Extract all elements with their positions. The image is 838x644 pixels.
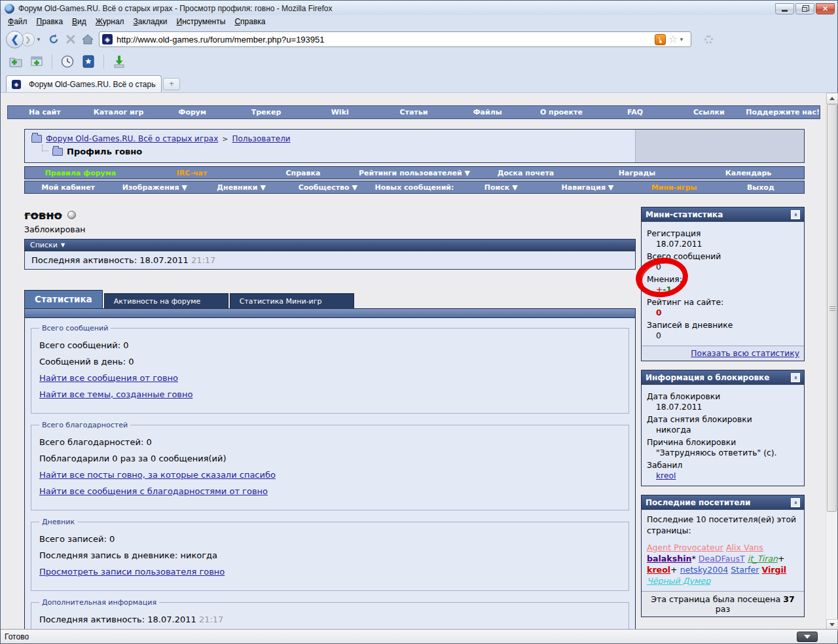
scrollbar-thumb[interactable] <box>827 104 837 512</box>
extra-last-activity: Последняя активность: 18.07.2011 21:17 <box>39 614 621 626</box>
nav-calendar[interactable]: Календарь <box>693 169 804 177</box>
rss-icon[interactable] <box>655 34 666 45</box>
nav-mini-games[interactable]: Мини-игры <box>631 183 718 192</box>
collapse-button[interactable]: » <box>791 210 800 219</box>
nav-user-ratings[interactable]: Рейтинги пользователей ▼ <box>359 169 470 177</box>
find-all-threads-link[interactable]: Найти все темы, созданные говно <box>39 389 192 401</box>
close-button[interactable]: ✕ <box>816 3 835 14</box>
scrollbar-grip-icon <box>829 308 835 309</box>
visitor-link[interactable]: Alix Vans <box>726 543 763 552</box>
maximize-button[interactable] <box>795 3 814 14</box>
collapse-icon: » <box>792 213 799 217</box>
show-all-stats-link[interactable]: Показать всю статистику <box>691 349 799 358</box>
tab-minigames-stats[interactable]: Статистика Мини-игр <box>230 293 354 308</box>
vertical-scrollbar[interactable] <box>826 93 837 630</box>
collapse-icon: » <box>792 376 799 380</box>
lists-dropdown[interactable]: Списки ▼ <box>24 239 636 251</box>
menu-view[interactable]: Вид <box>67 16 91 27</box>
stop-button[interactable] <box>64 32 78 46</box>
scroll-down-button[interactable] <box>797 632 818 642</box>
nav-blogs[interactable]: Дневники ▼ <box>198 183 284 192</box>
breadcrumb-separator: > <box>222 135 228 143</box>
nav-catalog[interactable]: Каталог игр <box>82 108 156 116</box>
tab-title: Форум Old-Games.RU. Всё о старых... <box>29 80 156 89</box>
nav-help[interactable]: Справка <box>247 169 359 177</box>
thanked-times: Поблагодарили 0 раз за 0 сообщения(ий) <box>39 453 621 465</box>
new-window-button[interactable] <box>7 54 24 69</box>
thanks-group: Всего благодарностей Всего благодарносте… <box>31 421 629 510</box>
nav-tracker[interactable]: Трекер <box>229 108 303 116</box>
ban-reason-value: "Затрудняюсь ответить" (с). <box>656 448 799 458</box>
history-button[interactable] <box>59 54 76 69</box>
nav-irc-chat[interactable]: IRC-чат <box>136 169 247 177</box>
visitor-link[interactable]: balakshin <box>647 554 691 564</box>
scrollbar-up-button[interactable] <box>826 93 838 104</box>
nav-search[interactable]: Поиск ▼ <box>458 183 544 192</box>
visitor-link[interactable]: it_Tiran <box>748 554 778 564</box>
nav-about[interactable]: О проекте <box>524 108 598 116</box>
nav-files[interactable]: Файлы <box>450 108 524 116</box>
nav-logout[interactable]: Выход <box>718 183 804 192</box>
visitor-link[interactable]: kreol <box>647 565 670 575</box>
visitors-block: Последние посетители » Последние 10 посе… <box>641 495 805 617</box>
url-dropdown-icon[interactable]: ▼ <box>679 37 684 43</box>
breadcrumb-root-link[interactable]: Форум Old-Games.RU. Всё о старых играх <box>46 134 218 143</box>
nav-community[interactable]: Сообщество ▼ <box>285 183 371 192</box>
history-dropdown-icon[interactable]: ▼ <box>36 37 41 43</box>
reload-button[interactable] <box>46 32 61 46</box>
nav-navigation[interactable]: Навигация ▼ <box>544 183 630 192</box>
chevron-down-icon: ▼ <box>608 183 613 192</box>
home-button[interactable] <box>81 32 95 46</box>
nav-my-cabinet[interactable]: Мой кабинет <box>25 183 111 192</box>
find-thanks-given-link[interactable]: Найти все сообщения с благодарностями от… <box>39 486 268 497</box>
menu-edit[interactable]: Правка <box>32 16 68 27</box>
diary-entries-value: 0 <box>656 331 799 341</box>
nav-to-site[interactable]: На сайт <box>8 108 82 116</box>
downloads-button[interactable] <box>111 54 128 69</box>
title-bar: Форум Old-Games.RU. Всё о старых играх -… <box>1 1 837 15</box>
tab-forum-activity[interactable]: Активность на форуме <box>104 293 228 308</box>
nav-honor-board[interactable]: Доска почета <box>470 169 581 177</box>
nav-new-messages[interactable]: Новых сообщений: <box>371 183 458 192</box>
visitor-link[interactable]: Agent Provocateur <box>647 543 723 552</box>
menu-bookmarks[interactable]: Закладки <box>129 16 172 27</box>
find-thanked-posts-link[interactable]: Найти все посты говно, за которые сказал… <box>39 469 276 481</box>
collapse-button[interactable]: » <box>791 498 800 507</box>
nav-rules[interactable]: Правила форума <box>25 169 136 177</box>
browser-tab[interactable]: ◈ Форум Old-Games.RU. Всё о старых... <box>6 75 162 92</box>
bookmark-star-icon[interactable]: ☆ <box>668 34 678 45</box>
url-bar[interactable]: ◈ http://www.old-games.ru/forum/member.p… <box>99 31 691 47</box>
breadcrumb-users-link[interactable]: Пользователи <box>232 134 291 143</box>
menu-tools[interactable]: Инструменты <box>172 16 230 27</box>
banned-by-link[interactable]: kreol <box>656 471 676 480</box>
nav-awards[interactable]: Награды <box>581 169 693 177</box>
nav-support[interactable]: Поддержите нас! <box>746 108 820 116</box>
visitor-link[interactable]: DeaDFausT <box>699 554 745 564</box>
back-button[interactable]: ❮ <box>6 31 24 48</box>
find-all-messages-link[interactable]: Найти все сообщения от говно <box>39 372 178 384</box>
url-text[interactable]: http://www.old-games.ru/forum/member.php… <box>117 35 655 45</box>
visitor-link[interactable]: Virgil <box>761 565 786 575</box>
visitor-link[interactable]: Чёрный Думер <box>647 576 710 586</box>
new-tab-plus-button[interactable]: + <box>163 78 180 90</box>
nav-articles[interactable]: Статьи <box>377 108 451 116</box>
collapse-button[interactable]: » <box>791 373 800 382</box>
arrow-down-icon <box>804 635 811 639</box>
nav-links[interactable]: Ссылки <box>672 108 746 116</box>
menu-file[interactable]: Файл <box>3 16 32 27</box>
nav-images[interactable]: Изображения ▼ <box>111 183 198 192</box>
new-tab-button[interactable] <box>28 54 45 69</box>
bookmarks-button[interactable] <box>80 54 97 69</box>
nav-forum[interactable]: Форум <box>155 108 229 116</box>
menu-help[interactable]: Справка <box>230 16 270 27</box>
nav-faq[interactable]: FAQ <box>598 108 672 116</box>
minimize-button[interactable] <box>775 3 794 14</box>
visitor-link[interactable]: Starfer <box>731 565 759 575</box>
visitor-link[interactable]: netsky2004 <box>680 565 729 575</box>
view-diary-link[interactable]: Просмотреть записи пользователя говно <box>39 566 225 578</box>
nav-wiki[interactable]: Wiki <box>303 108 377 116</box>
tab-statistics[interactable]: Статистика <box>24 290 103 308</box>
diary-total-entries: Всего записей: 0 <box>39 533 621 545</box>
menu-history[interactable]: Журнал <box>91 16 129 27</box>
ban-reason-label: Причина блокировки <box>647 437 799 448</box>
